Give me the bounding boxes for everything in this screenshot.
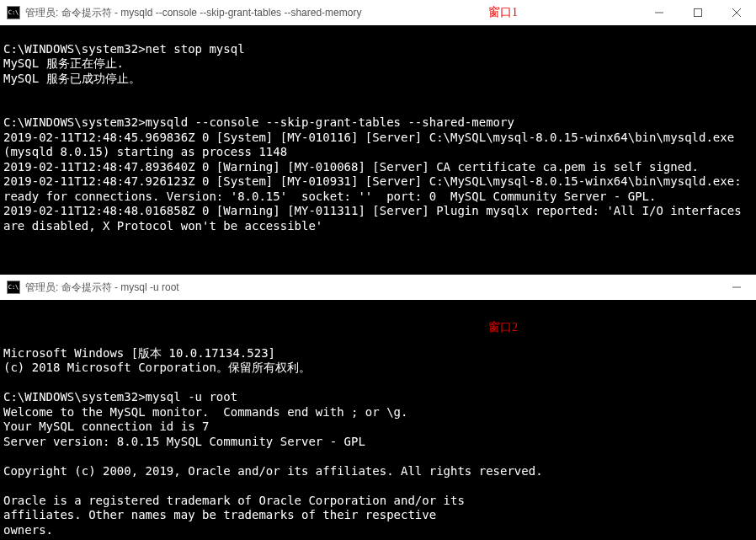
- titlebar-2[interactable]: C:\ 管理员: 命令提示符 - mysql -u root: [0, 275, 756, 300]
- terminal-line: [3, 86, 753, 101]
- terminal-line: (c) 2018 Microsoft Corporation。保留所有权利。: [3, 361, 753, 376]
- close-button[interactable]: [717, 0, 756, 25]
- terminal-line: MySQL 服务已成功停止。: [3, 72, 753, 87]
- terminal-line: 2019-02-11T12:48:47.926123Z 0 [System] […: [3, 174, 753, 204]
- terminal-line: C:\WINDOWS\system32>net stop mysql: [3, 42, 753, 57]
- terminal-line: [3, 27, 753, 42]
- terminal-line: Welcome to the MySQL monitor. Commands e…: [3, 405, 753, 420]
- annotation-window2: 窗口2: [488, 320, 518, 335]
- terminal-line: [3, 479, 753, 494]
- window-controls-2: [717, 275, 756, 300]
- cmd-icon: C:\: [7, 281, 20, 294]
- titlebar-1[interactable]: C:\ 管理员: 命令提示符 - mysqld --console --skip…: [0, 0, 756, 25]
- terminal-line: Microsoft Windows [版本 10.0.17134.523]: [3, 346, 753, 361]
- terminal-line: owners.: [3, 523, 753, 538]
- terminal-line: affiliates. Other names may be trademark…: [3, 508, 753, 523]
- minimize-button[interactable]: [717, 275, 756, 300]
- terminal-line: MySQL 服务正在停止.: [3, 56, 753, 72]
- terminal-output-1[interactable]: C:\WINDOWS\system32>net stop mysqlMySQL …: [0, 25, 756, 275]
- terminal-window-1: C:\ 管理员: 命令提示符 - mysqld --console --skip…: [0, 0, 756, 275]
- terminal-line: Server version: 8.0.15 MySQL Community S…: [3, 435, 753, 450]
- terminal-line: Oracle is a registered trademark of Orac…: [3, 494, 753, 509]
- terminal-line: [3, 101, 753, 116]
- svg-rect-1: [695, 9, 702, 17]
- window-controls-1: [640, 0, 756, 25]
- annotation-window1: 窗口1: [488, 5, 518, 20]
- minimize-button[interactable]: [640, 0, 679, 25]
- terminal-line: 2019-02-11T12:48:47.893640Z 0 [Warning] …: [3, 160, 753, 175]
- maximize-button[interactable]: [679, 0, 717, 25]
- terminal-line: C:\WINDOWS\system32>mysql -u root: [3, 390, 753, 405]
- cmd-icon: C:\: [7, 6, 20, 19]
- terminal-line: [3, 449, 753, 464]
- terminal-line: Copyright (c) 2000, 2019, Oracle and/or …: [3, 464, 753, 479]
- window-title-2: 管理员: 命令提示符 - mysql -u root: [25, 281, 179, 295]
- terminal-line: [3, 376, 753, 391]
- terminal-line: Your MySQL connection id is 7: [3, 420, 753, 435]
- terminal-output-2[interactable]: 窗口2 Microsoft Windows [版本 10.0.17134.523…: [0, 300, 756, 540]
- terminal-line: C:\WINDOWS\system32>mysqld --console --s…: [3, 115, 753, 131]
- terminal-line: 2019-02-11T12:48:48.016858Z 0 [Warning] …: [3, 204, 753, 233]
- terminal-window-2: C:\ 管理员: 命令提示符 - mysql -u root 窗口2 Micro…: [0, 275, 756, 540]
- terminal-line: 2019-02-11T12:48:45.969836Z 0 [System] […: [3, 131, 753, 160]
- window-title-1: 管理员: 命令提示符 - mysqld --console --skip-gra…: [25, 6, 361, 20]
